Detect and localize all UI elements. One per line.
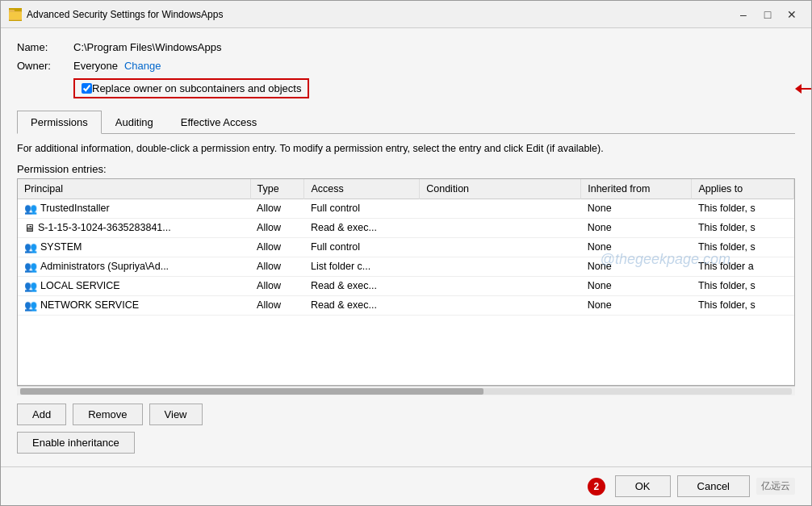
cell-applies-1: This folder, s (692, 218, 794, 237)
table-row[interactable]: 👥 Administrators (Supriya\Ad... Allow Li… (18, 257, 794, 276)
replace-owner-label: Replace owner on subcontainers and objec… (92, 82, 301, 94)
description-text: For additional information, double-click… (17, 142, 795, 157)
principal-icon-5: 👥 (24, 299, 37, 312)
col-access: Access (304, 179, 420, 199)
name-value: C:\Program Files\WindowsApps (73, 41, 222, 53)
remove-button[interactable]: Remove (73, 404, 142, 425)
principal-icon-2: 👥 (24, 241, 37, 253)
cell-access-5: Read & exec... (304, 295, 420, 315)
cell-principal-0: 👥 TrustedInstaller (18, 199, 250, 218)
arrow-container (801, 88, 811, 90)
action-buttons: Add Remove View (17, 404, 795, 425)
principal-icon-3: 👥 (24, 261, 37, 273)
principal-name-0: TrustedInstaller (40, 203, 110, 214)
col-applies: Applies to (692, 179, 794, 199)
cell-principal-2: 👥 SYSTEM (18, 237, 250, 257)
change-link[interactable]: Change (124, 60, 161, 72)
cell-principal-5: 👥 NETWORK SERVICE (18, 295, 250, 315)
title-controls: – □ ✕ (732, 6, 803, 23)
principal-name-1: S-1-15-3-1024-3635283841... (38, 222, 171, 233)
title-bar: Advanced Security Settings for WindowsAp… (1, 1, 811, 28)
cell-inherited-2: None (581, 237, 692, 257)
principal-icon-1: 🖥 (24, 222, 35, 234)
cell-applies-2: This folder, s (692, 237, 794, 257)
principal-name-2: SYSTEM (40, 241, 82, 253)
cell-inherited-4: None (581, 276, 692, 295)
ok-button[interactable]: OK (615, 475, 671, 497)
svg-rect-2 (9, 12, 22, 19)
cell-applies-0: This folder, s (692, 199, 794, 218)
arrow-annotation: 1 (801, 80, 811, 98)
window: Advanced Security Settings for WindowsAp… (0, 0, 812, 506)
tab-permissions[interactable]: Permissions (17, 111, 102, 134)
cell-access-0: Full control (304, 199, 420, 218)
cell-type-2: Allow (250, 237, 304, 257)
footer-bar: 2 OK Cancel 亿远云 (1, 466, 811, 505)
cell-access-2: Full control (304, 237, 420, 257)
close-button[interactable]: ✕ (781, 6, 803, 23)
cancel-button[interactable]: Cancel (677, 475, 750, 497)
folder-icon (9, 8, 22, 21)
tabs-container: Permissions Auditing Effective Access @t… (17, 110, 795, 142)
maximize-button[interactable]: □ (756, 6, 779, 23)
cell-condition-2 (420, 237, 581, 257)
badge-2: 2 (588, 478, 605, 496)
table-header-row: Principal Type Access Condition Inherite… (18, 179, 794, 199)
table-row[interactable]: 👥 NETWORK SERVICE Allow Read & exec... N… (18, 295, 794, 315)
scrollbar-track (20, 388, 792, 395)
cell-access-4: Read & exec... (304, 276, 420, 295)
enable-inheritance-button[interactable]: Enable inheritance (17, 432, 135, 454)
scrollbar-thumb (20, 388, 483, 395)
cell-condition-3 (420, 257, 581, 276)
table-row[interactable]: 🖥 S-1-15-3-1024-3635283841... Allow Read… (18, 218, 794, 237)
cell-inherited-0: None (581, 199, 692, 218)
enable-inheritance-row: Enable inheritance (17, 432, 795, 454)
add-button[interactable]: Add (17, 404, 66, 425)
permissions-table: Principal Type Access Condition Inherite… (18, 179, 794, 316)
permissions-table-container[interactable]: Principal Type Access Condition Inherite… (17, 178, 795, 387)
replace-owner-checkbox[interactable] (82, 83, 92, 94)
title-bar-left: Advanced Security Settings for WindowsAp… (9, 8, 223, 21)
principal-name-4: LOCAL SERVICE (40, 280, 120, 291)
cell-principal-3: 👥 Administrators (Supriya\Ad... (18, 257, 250, 276)
cell-principal-1: 🖥 S-1-15-3-1024-3635283841... (18, 218, 250, 237)
cell-inherited-5: None (581, 295, 692, 315)
tab-effective-access[interactable]: Effective Access (167, 111, 270, 134)
col-principal: Principal (18, 179, 250, 199)
cell-access-1: Read & exec... (304, 218, 420, 237)
footer-right: 2 OK Cancel 亿远云 (588, 475, 795, 497)
view-button[interactable]: View (149, 404, 203, 425)
minimize-button[interactable]: – (732, 6, 755, 23)
main-content: Name: C:\Program Files\WindowsApps Owner… (1, 28, 811, 466)
cell-condition-5 (420, 295, 581, 315)
principal-name-5: NETWORK SERVICE (40, 299, 139, 311)
footer-buttons-area: 2 OK Cancel 亿远云 (588, 475, 795, 497)
external-logo: 亿远云 (756, 478, 795, 495)
table-row[interactable]: 👥 TrustedInstaller Allow Full control No… (18, 199, 794, 218)
h-scrollbar[interactable] (17, 386, 795, 395)
arrow-head (795, 84, 802, 94)
col-inherited: Inherited from (581, 179, 692, 199)
cell-principal-4: 👥 LOCAL SERVICE (18, 276, 250, 295)
owner-value: Everyone (73, 60, 118, 72)
checkbox-border: Replace owner on subcontainers and objec… (73, 78, 309, 98)
cell-type-1: Allow (250, 218, 304, 237)
cell-type-5: Allow (250, 295, 304, 315)
cell-access-3: List folder c... (304, 257, 420, 276)
checkbox-wrapper: Replace owner on subcontainers and objec… (73, 78, 795, 98)
table-row[interactable]: 👥 LOCAL SERVICE Allow Read & exec... Non… (18, 276, 794, 295)
window-title: Advanced Security Settings for WindowsAp… (27, 9, 223, 20)
col-condition: Condition (420, 179, 581, 199)
principal-icon-0: 👥 (24, 203, 37, 215)
name-label: Name: (17, 41, 73, 53)
cell-type-0: Allow (250, 199, 304, 218)
cell-condition-4 (420, 276, 581, 295)
table-row[interactable]: 👥 SYSTEM Allow Full control None This fo… (18, 237, 794, 257)
cell-applies-4: This folder, s (692, 276, 794, 295)
cell-applies-3: This folder a (692, 257, 794, 276)
principal-name-3: Administrators (Supriya\Ad... (40, 261, 169, 272)
tabs: Permissions Auditing Effective Access (17, 110, 795, 134)
cell-condition-1 (420, 218, 581, 237)
arrow-line (801, 88, 811, 90)
tab-auditing[interactable]: Auditing (102, 111, 167, 134)
